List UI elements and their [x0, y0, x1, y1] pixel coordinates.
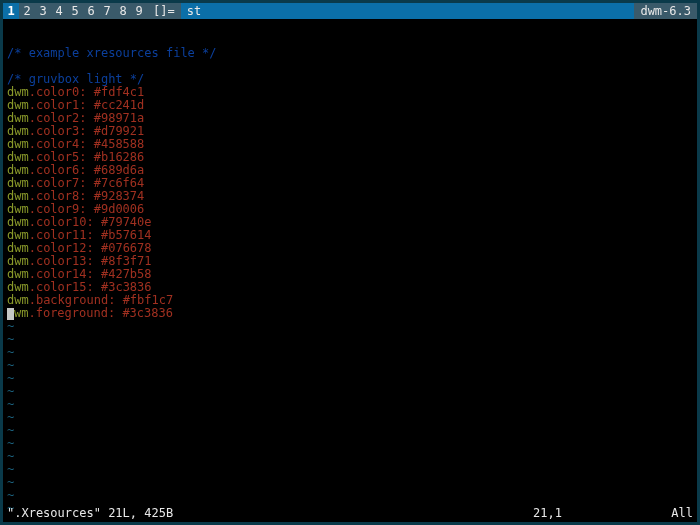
vim-tilde: ~: [7, 397, 14, 411]
tag-8[interactable]: 8: [115, 3, 131, 19]
tag-4[interactable]: 4: [51, 3, 67, 19]
dwm-bar: 123456789 []= st dwm-6.3: [3, 3, 697, 19]
vim-tilde: ~: [7, 475, 14, 489]
vim-cursor-pos: 21,1: [533, 507, 653, 520]
comment-line: /* example xresources file */: [7, 46, 217, 60]
vim-tilde: ~: [7, 345, 14, 359]
comment-line: /* gruvbox light */: [7, 72, 144, 86]
vim-tilde: ~: [7, 436, 14, 450]
vim-tilde: ~: [7, 462, 14, 476]
vim-status-line: ".Xresources" 21L, 425B 21,1 All: [7, 507, 693, 520]
tag-2[interactable]: 2: [19, 3, 35, 19]
tag-6[interactable]: 6: [83, 3, 99, 19]
tag-5[interactable]: 5: [67, 3, 83, 19]
tag-1[interactable]: 1: [3, 3, 19, 19]
resource-line: wm.foreground: #3c3836: [7, 307, 693, 320]
window-title[interactable]: st: [181, 3, 635, 19]
vim-tilde: ~: [7, 371, 14, 385]
status-text: dwm-6.3: [634, 3, 697, 19]
tag-3[interactable]: 3: [35, 3, 51, 19]
vim-tilde: ~: [7, 423, 14, 437]
vim-tilde: ~: [7, 384, 14, 398]
layout-symbol[interactable]: []=: [147, 3, 181, 19]
vim-tilde: ~: [7, 449, 14, 463]
vim-scroll-pct: All: [653, 507, 693, 520]
terminal[interactable]: /* example xresources file */ /* gruvbox…: [3, 19, 697, 522]
window-frame: 123456789 []= st dwm-6.3 /* example xres…: [0, 0, 700, 525]
vim-file-info: ".Xresources" 21L, 425B: [7, 507, 173, 520]
tag-7[interactable]: 7: [99, 3, 115, 19]
vim-tilde: ~: [7, 488, 14, 502]
tag-9[interactable]: 9: [131, 3, 147, 19]
vim-tilde: ~: [7, 332, 14, 346]
vim-tilde: ~: [7, 410, 14, 424]
vim-tilde: ~: [7, 319, 14, 333]
vim-tilde: ~: [7, 358, 14, 372]
